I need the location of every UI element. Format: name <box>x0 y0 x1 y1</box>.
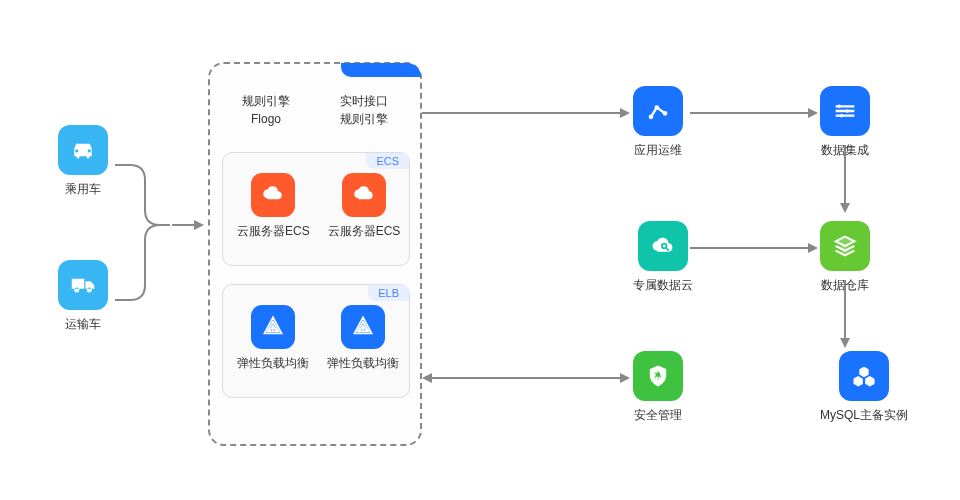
cloud-server-icon <box>342 173 386 217</box>
load-balancer-icon <box>251 305 295 349</box>
database-cluster-icon <box>839 351 889 401</box>
svg-point-11 <box>837 105 841 109</box>
node-aom: 应用运维 <box>633 86 683 159</box>
svg-marker-6 <box>422 373 432 383</box>
label: 弹性负载均衡 <box>327 355 399 372</box>
svg-marker-3 <box>840 203 850 213</box>
elb-instance-1: 弹性负载均衡 <box>237 305 309 372</box>
label: 专属数据云 <box>633 277 693 294</box>
label: 云服务器ECS <box>328 223 401 240</box>
cloud-search-icon <box>638 221 688 271</box>
node-truck: 运输车 <box>58 260 108 333</box>
svg-marker-4 <box>808 243 818 253</box>
architecture-diagram: 乘用车 运输车 规则引擎Flogo 实时接口规则引擎 ECS 云服务器ECS 云… <box>0 0 960 500</box>
svg-point-13 <box>840 114 844 118</box>
label: 数据仓库 <box>821 277 869 294</box>
ecs-instance-2: 云服务器ECS <box>328 173 401 240</box>
header-realtime-api: 实时接口规则引擎 <box>340 92 388 128</box>
node-dedicated-cloud: 专属数据云 <box>633 221 693 294</box>
panel-headers: 规则引擎Flogo 实时接口规则引擎 <box>242 92 388 128</box>
label: 安全管理 <box>634 407 682 424</box>
header-rule-engine: 规则引擎Flogo <box>242 92 290 128</box>
svg-marker-0 <box>194 220 204 230</box>
node-security: 安全管理 <box>633 351 683 424</box>
label: 运输车 <box>65 316 101 333</box>
ecs-group: ECS 云服务器ECS 云服务器ECS <box>222 152 410 266</box>
node-dws: 数据仓库 <box>820 221 870 294</box>
label: 弹性负载均衡 <box>237 355 309 372</box>
elb-chip: ELB <box>368 285 409 301</box>
svg-marker-5 <box>840 338 850 348</box>
node-cdm: 数据集成 <box>820 86 870 159</box>
truck-icon <box>58 260 108 310</box>
label: 乘用车 <box>65 181 101 198</box>
elb-instance-2: 弹性负载均衡 <box>327 305 399 372</box>
svg-point-12 <box>846 109 850 113</box>
label: 数据集成 <box>821 142 869 159</box>
svg-marker-1 <box>620 108 630 118</box>
car-icon <box>58 125 108 175</box>
analytics-icon <box>633 86 683 136</box>
svg-marker-7 <box>620 373 630 383</box>
panel-tag <box>341 63 421 77</box>
label: MySQL主备实例 <box>820 407 908 424</box>
label: 应用运维 <box>634 142 682 159</box>
svg-marker-2 <box>808 108 818 118</box>
compute-panel: 规则引擎Flogo 实时接口规则引擎 ECS 云服务器ECS 云服务器ECS E… <box>208 62 422 446</box>
connectors <box>0 0 960 500</box>
node-passenger-car: 乘用车 <box>58 125 108 198</box>
node-mysql: MySQL主备实例 <box>820 351 908 424</box>
shield-gear-icon <box>633 351 683 401</box>
label: 云服务器ECS <box>237 223 310 240</box>
load-balancer-icon <box>341 305 385 349</box>
integration-icon <box>820 86 870 136</box>
elb-group: ELB 弹性负载均衡 弹性负载均衡 <box>222 284 410 398</box>
ecs-instance-1: 云服务器ECS <box>237 173 310 240</box>
ecs-chip: ECS <box>366 153 409 169</box>
warehouse-icon <box>820 221 870 271</box>
cloud-server-icon <box>251 173 295 217</box>
